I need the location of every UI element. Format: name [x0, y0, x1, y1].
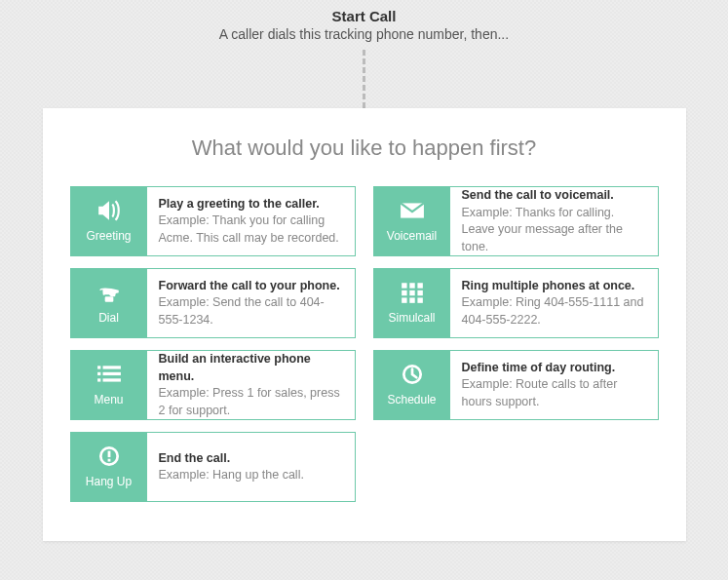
svg-rect-16: [102, 378, 120, 381]
svg-rect-6: [409, 290, 414, 295]
option-greeting-icon-block: Greeting: [71, 187, 147, 255]
svg-rect-3: [409, 283, 414, 288]
option-hangup-label: Hang Up: [86, 475, 132, 488]
speaker-icon: [96, 200, 122, 225]
svg-rect-12: [102, 366, 120, 368]
option-simulcall-text: Ring multiple phones at once. Example: R…: [450, 269, 658, 337]
svg-rect-5: [402, 290, 406, 295]
svg-rect-2: [402, 283, 406, 288]
flow-title: Start Call: [0, 8, 728, 24]
option-simulcall-desc: Example: Ring 404-555-1111 and 404-555-2…: [462, 294, 646, 329]
svg-rect-19: [107, 451, 110, 458]
svg-rect-7: [417, 290, 422, 295]
option-menu-text: Build an interactive phone menu. Example…: [147, 351, 355, 419]
option-hangup-text: End the call. Example: Hang up the call.: [147, 433, 316, 501]
svg-rect-15: [97, 378, 100, 381]
option-menu-desc: Example: Press 1 for sales, press 2 for …: [159, 385, 343, 419]
option-dial-label: Dial: [98, 311, 119, 325]
option-dial-icon-block: Dial: [71, 269, 147, 337]
svg-rect-20: [107, 459, 110, 462]
exclamation-icon: [96, 445, 122, 471]
option-simulcall-icon-block: Simulcall: [374, 269, 450, 337]
option-menu-label: Menu: [94, 393, 123, 406]
option-dial-desc: Example: Send the call to 404-555-1234.: [159, 294, 343, 329]
option-hangup[interactable]: Hang Up End the call. Example: Hang up t…: [70, 432, 356, 502]
option-greeting-text: Play a greeting to the caller. Example: …: [147, 187, 355, 255]
clock-icon: [400, 364, 425, 389]
option-dial-text: Forward the call to your phone. Example:…: [147, 269, 355, 337]
option-menu-title: Build an interactive phone menu.: [159, 351, 343, 385]
grid-icon: [400, 282, 425, 307]
option-greeting[interactable]: Greeting Play a greeting to the caller. …: [70, 186, 356, 256]
svg-rect-1: [104, 296, 113, 301]
option-schedule-desc: Example: Route calls to after hours supp…: [462, 376, 646, 410]
svg-rect-11: [97, 366, 100, 368]
option-simulcall-label: Simulcall: [388, 311, 435, 325]
option-voicemail-desc: Example: Thanks for calling. Leave your …: [462, 205, 646, 256]
option-menu-icon-block: Menu: [71, 351, 147, 419]
phone-icon: [96, 282, 122, 307]
option-schedule[interactable]: Schedule Define time of day routing. Exa…: [373, 350, 659, 420]
option-greeting-title: Play a greeting to the caller.: [159, 196, 343, 213]
option-voicemail-icon-block: Voicemail: [374, 187, 450, 255]
option-voicemail-label: Voicemail: [387, 229, 437, 243]
options-grid: Greeting Play a greeting to the caller. …: [70, 186, 659, 502]
option-voicemail[interactable]: Voicemail Send the call to voicemail. Ex…: [373, 186, 659, 256]
option-hangup-icon-block: Hang Up: [71, 433, 147, 501]
option-voicemail-text: Send the call to voicemail. Example: Tha…: [450, 187, 658, 255]
option-schedule-label: Schedule: [387, 393, 436, 406]
step-panel: What would you like to happen first? Gre…: [43, 108, 686, 541]
svg-rect-10: [417, 297, 422, 302]
option-simulcall[interactable]: Simulcall Ring multiple phones at once. …: [373, 268, 659, 338]
flow-header: Start Call A caller dials this tracking …: [0, 0, 728, 42]
svg-rect-4: [417, 283, 422, 288]
option-schedule-title: Define time of day routing.: [462, 360, 646, 377]
option-dial[interactable]: Dial Forward the call to your phone. Exa…: [70, 268, 356, 338]
option-hangup-desc: Example: Hang up the call.: [159, 467, 304, 484]
flow-subtitle: A caller dials this tracking phone numbe…: [0, 26, 728, 42]
option-schedule-icon-block: Schedule: [374, 351, 450, 419]
option-voicemail-title: Send the call to voicemail.: [462, 187, 646, 205]
option-greeting-desc: Example: Thank you for calling Acme. Thi…: [159, 213, 343, 247]
option-greeting-label: Greeting: [86, 229, 131, 243]
option-dial-title: Forward the call to your phone.: [159, 278, 343, 295]
option-hangup-title: End the call.: [159, 450, 304, 468]
svg-rect-13: [97, 372, 100, 375]
panel-title: What would you like to happen first?: [70, 135, 659, 161]
option-menu[interactable]: Menu Build an interactive phone menu. Ex…: [70, 350, 356, 420]
flow-connector-line: [363, 50, 365, 108]
option-schedule-text: Define time of day routing. Example: Rou…: [450, 351, 658, 419]
envelope-icon: [400, 200, 425, 225]
svg-rect-9: [409, 297, 414, 302]
svg-rect-8: [402, 297, 406, 302]
option-simulcall-title: Ring multiple phones at once.: [462, 278, 646, 295]
list-icon: [96, 364, 122, 389]
svg-rect-14: [102, 372, 120, 375]
